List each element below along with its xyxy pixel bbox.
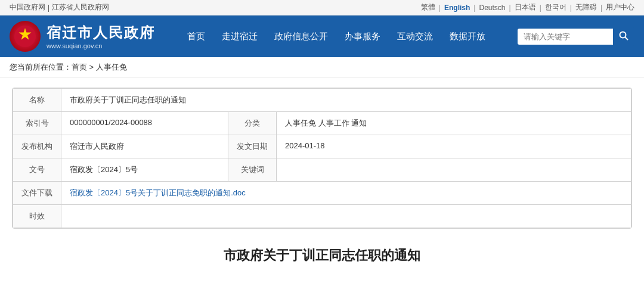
lang-japanese[interactable]: 日本语: [515, 2, 536, 13]
article-title: 市政府关于丁训正同志任职的通知: [12, 241, 632, 270]
value-publisher: 宿迁市人民政府: [61, 135, 228, 158]
label-keywords: 关键词: [228, 158, 277, 182]
table-row: 索引号 000000001/2024-00088 分类 人事任免 人事工作 通知: [13, 112, 631, 135]
nav-about[interactable]: 走进宿迁: [222, 31, 258, 42]
search-area: [518, 27, 634, 46]
nav-services[interactable]: 办事服务: [345, 31, 380, 42]
top-link-jiangsu[interactable]: 江苏省人民政府网: [52, 2, 109, 13]
label-date: 发文日期: [228, 135, 277, 158]
logo-text: 宿迁市人民政府 www.suqian.gov.cn: [47, 23, 155, 49]
nav-home[interactable]: 首页: [187, 31, 205, 42]
label-docno: 文号: [13, 158, 61, 182]
svg-line-3: [626, 37, 628, 40]
site-title: 宿迁市人民政府: [47, 23, 155, 42]
table-row: 文件下载 宿政发〔2024〕5号关于丁训正同志免职的通知.doc: [13, 182, 631, 205]
user-center-link[interactable]: 用户中心: [606, 2, 634, 13]
search-button[interactable]: [613, 27, 634, 46]
breadcrumb: 您当前所在位置：首页 > 人事任免: [0, 57, 644, 78]
value-download: 宿政发〔2024〕5号关于丁训正同志免职的通知.doc: [61, 182, 631, 205]
search-input[interactable]: [518, 29, 613, 45]
nav-interact[interactable]: 互动交流: [397, 31, 433, 42]
top-link-zhongguo[interactable]: 中国政府网: [10, 2, 45, 13]
info-card: 名称 市政府关于丁训正同志任职的通知 索引号 000000001/2024-00…: [12, 88, 632, 229]
svg-point-2: [620, 32, 626, 38]
lang-deutsch[interactable]: Deutsch: [479, 4, 505, 12]
header: 宿迁市人民政府 www.suqian.gov.cn 首页 走进宿迁 政府信息公开…: [0, 15, 644, 57]
top-bar: 中国政府网 | 江苏省人民政府网 繁體 | English | Deutsch …: [0, 0, 644, 15]
label-category: 分类: [228, 112, 277, 135]
main-nav: 首页 走进宿迁 政府信息公开 办事服务 互动交流 数据开放: [187, 31, 485, 42]
logo-emblem: [10, 21, 41, 52]
label-download: 文件下载: [13, 182, 61, 205]
info-table: 名称 市政府关于丁训正同志任职的通知 索引号 000000001/2024-00…: [13, 88, 631, 228]
top-bar-right: 繁體 | English | Deutsch | 日本语 | 한국어 | 无障碍…: [421, 2, 634, 13]
download-link[interactable]: 宿政发〔2024〕5号关于丁训正同志免职的通知.doc: [70, 188, 246, 197]
nav-gov-info[interactable]: 政府信息公开: [274, 31, 328, 42]
site-url: www.suqian.gov.cn: [47, 42, 155, 49]
lang-korean[interactable]: 한국어: [545, 2, 566, 13]
table-row: 文号 宿政发〔2024〕5号 关键词: [13, 158, 631, 182]
logo-area: 宿迁市人民政府 www.suqian.gov.cn: [10, 21, 155, 52]
accessibility-link[interactable]: 无障碍: [575, 2, 597, 13]
breadcrumb-text: 您当前所在位置：首页 > 人事任免: [10, 63, 127, 71]
value-timelimit: [61, 205, 631, 228]
label-publisher: 发布机构: [13, 135, 61, 158]
value-date: 2024-01-18: [277, 135, 631, 158]
value-category: 人事任免 人事工作 通知: [277, 112, 631, 135]
value-index: 000000001/2024-00088: [61, 112, 228, 135]
table-row: 名称 市政府关于丁训正同志任职的通知: [13, 89, 631, 112]
value-keywords: [277, 158, 631, 182]
value-name: 市政府关于丁训正同志任职的通知: [61, 89, 631, 112]
main-content: 名称 市政府关于丁训正同志任职的通知 索引号 000000001/2024-00…: [0, 78, 644, 280]
lang-fanti[interactable]: 繁體: [421, 2, 435, 13]
label-index: 索引号: [13, 112, 61, 135]
label-timelimit: 时效: [13, 205, 61, 228]
top-bar-left: 中国政府网 | 江苏省人民政府网: [10, 2, 109, 13]
table-row: 发布机构 宿迁市人民政府 发文日期 2024-01-18: [13, 135, 631, 158]
value-docno: 宿政发〔2024〕5号: [61, 158, 228, 182]
lang-english[interactable]: English: [444, 4, 470, 12]
label-name: 名称: [13, 89, 61, 112]
table-row: 时效: [13, 205, 631, 228]
top-sep-1: |: [48, 4, 49, 12]
nav-data[interactable]: 数据开放: [450, 31, 485, 42]
